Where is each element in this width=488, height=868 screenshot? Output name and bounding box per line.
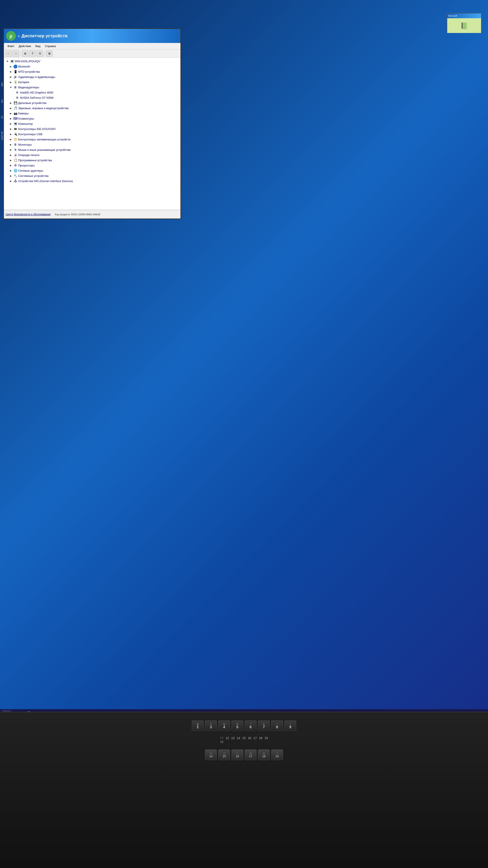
key-7-main: 7 (263, 725, 265, 729)
keyboard-label: Клавиатуры (18, 117, 34, 120)
toolbar: ← → ⊞ ? ⊟ 🖥 (4, 50, 181, 58)
tree-item-soft[interactable]: ▶ 📋 Программные устройства (4, 158, 181, 163)
tree-item-sound[interactable]: ▶ 🎵 Звуковые, игровые и видеоустройства (4, 105, 181, 111)
status-bar: Центр безопасности и обслуживания Код пр… (4, 210, 181, 219)
tree-item-bluetooth[interactable]: ▶ 🔵 Bluetooth (4, 64, 181, 69)
tree-item-intel[interactable]: 🖥 Intel(R) HD Graphics 4000 (4, 90, 181, 95)
mtd-arrow: ▶ (9, 70, 12, 73)
key-7[interactable]: & 7 (258, 720, 270, 731)
tree-item-disk[interactable]: ▶ 💾 Дисковые устройства (4, 100, 181, 105)
title-bar: µ 🖥 Диспетчер устройств (4, 29, 181, 43)
menu-action[interactable]: Действие (17, 44, 33, 48)
key-3-main: 3 (210, 725, 212, 729)
usb-icon: 🔌 (13, 132, 18, 136)
key-2-main: 2 (197, 725, 199, 729)
btn-help[interactable]: ? (29, 51, 36, 57)
torrent-icon: µ (6, 31, 16, 41)
tree-item-mtd[interactable]: ▶ 📱 MTD-устройства (4, 69, 181, 74)
key-9-main: 9 (289, 725, 291, 729)
tree-item-hid[interactable]: ▶ 🕹 Устройства HID (Human Interface Devi… (4, 178, 181, 184)
disk-icon: 💾 (13, 101, 18, 105)
key-f16[interactable]: ✕ 16 (231, 749, 243, 761)
tree-item-computer[interactable]: ▶ 💻 Компьютер (4, 121, 181, 126)
menu-help[interactable]: Справка (43, 44, 58, 48)
tree-item-audio[interactable]: ▶ 🔊 Аудиовходы и аудиовыходы (4, 74, 181, 80)
computer-label: Компьютер (18, 122, 33, 125)
tree-root[interactable]: ▼ 💻 WIN-KD5LJFDUIQV (4, 59, 181, 64)
key-5[interactable]: % 5 (231, 720, 243, 731)
menu-view[interactable]: Вид (34, 44, 42, 48)
mtd-icon: 📱 (13, 70, 18, 73)
usb-arrow: ▶ (9, 132, 12, 136)
computer-icon: 💻 (13, 122, 18, 126)
tree-item-storage[interactable]: ▶ 📀 Контроллеры запоминающих устройств (4, 137, 181, 142)
tree-item-camera[interactable]: ▶ 📷 Камеры (4, 111, 181, 116)
tree-item-monitors[interactable]: ▶ 🖥 Мониторы (4, 142, 181, 147)
sys-arrow: ▶ (9, 174, 12, 178)
tree-item-cpu[interactable]: ▶ ⚙ Процессоры (4, 163, 181, 168)
storage-icon: 📀 (13, 137, 18, 141)
mice-icon: 🖱 (13, 148, 18, 152)
device-manager-window: µ 🖥 Диспетчер устройств Файл Действие Ви… (3, 28, 181, 219)
hid-arrow: ▶ (9, 179, 12, 183)
key-8-sub: * (277, 723, 278, 725)
print-label: Очереди печати (18, 153, 39, 157)
key-6[interactable]: ^ 6 (245, 720, 257, 731)
key-8[interactable]: * 8 (271, 720, 283, 731)
device-tree: ▼ 💻 WIN-KD5LJFDUIQV ▶ 🔵 Bluetooth ▶ 📱 MT… (4, 58, 181, 210)
mice-arrow: ▶ (9, 148, 12, 152)
video-label: Видеоадаптеры (18, 86, 39, 89)
freq-label-2: 12 (226, 736, 229, 740)
key-2[interactable]: @ 2 (192, 720, 204, 731)
monitors-arrow: ▶ (9, 143, 12, 146)
key-f19[interactable]: ✶ 19 (271, 749, 283, 761)
key-f17[interactable]: 🖥 17 (245, 749, 257, 761)
camera-icon: 📷 (13, 111, 18, 115)
disk-arrow: ▶ (9, 101, 12, 104)
key-f15[interactable]: ⊡ 15 (218, 749, 230, 761)
nvidia-label: NVIDIA GeForce GT 635M (20, 96, 53, 99)
key-3[interactable]: # 3 (205, 720, 217, 731)
tree-item-usb[interactable]: ▶ 🔌 Контроллеры USB (4, 131, 181, 137)
tree-item-print[interactable]: ▶ 🖨 Очереди печати (4, 152, 181, 158)
key-7-sub: & (263, 723, 265, 725)
ide-arrow: ▶ (9, 127, 12, 131)
btn-back[interactable]: ← (5, 51, 12, 57)
keyboard: @ 2 # 3 № 4 % 5 ^ 6 (0, 712, 488, 868)
ide-icon: 📟 (13, 127, 18, 131)
status-right: Код продукта: 00331-10000-00001-AA628 (55, 213, 100, 216)
key-9[interactable]: ( 9 (284, 720, 296, 731)
mtd-label: MTD-устройства (18, 70, 40, 73)
key-4[interactable]: № 4 (218, 720, 230, 731)
tree-item-sys[interactable]: ▶ 🔧 Системные устройства (4, 173, 181, 178)
monitors-label: Мониторы (18, 143, 32, 146)
keyboard-row-2: ⊞ 14 ⊡ 15 ✕ 16 🖥 17 ⊠ 18 (0, 748, 488, 762)
tree-item-mice[interactable]: ▶ 🖱 Мыши и иные указывающие устройства (4, 147, 181, 152)
net-icon: 🌐 (13, 168, 18, 173)
hid-icon: 🕹 (13, 179, 18, 183)
keyboard-icon: ⌨ (13, 117, 18, 120)
tree-item-keyboard[interactable]: ▶ ⌨ Клавиатуры (4, 116, 181, 121)
tree-item-ide[interactable]: ▶ 📟 Контроллеры IDE ATA/ATAPI (4, 126, 181, 131)
tree-item-net[interactable]: ▶ 🌐 Сетевые адаптеры (4, 168, 181, 173)
net-label: Сетевые адаптеры (18, 169, 43, 172)
tree-item-video[interactable]: ▼ 🖥 Видеоадаптеры (4, 85, 181, 90)
btn-props[interactable]: ⊟ (37, 51, 43, 57)
key-6-main: 6 (250, 725, 252, 729)
key-f18[interactable]: ⊠ 18 (258, 749, 270, 761)
storage-label: Контроллеры запоминающих устройств (18, 138, 70, 141)
btn-forward[interactable]: → (12, 51, 19, 57)
key-4-main: 4 (223, 725, 225, 729)
sys-icon: 🔧 (13, 174, 18, 178)
bluetooth-icon: 🔵 (13, 64, 18, 68)
battery-arrow: ▶ (9, 80, 12, 84)
tree-item-nvidia[interactable]: 🖥 NVIDIA GeForce GT 635M (4, 95, 181, 100)
key-f14[interactable]: ⊞ 14 (205, 749, 217, 761)
btn-monitor[interactable]: 🖥 (46, 51, 53, 57)
audio-arrow: ▶ (9, 75, 12, 79)
cpu-arrow: ▶ (9, 164, 12, 167)
btn-grid[interactable]: ⊞ (22, 51, 28, 57)
audio-icon: 🔊 (13, 75, 18, 79)
menu-file[interactable]: Файл (6, 44, 16, 48)
tree-item-battery[interactable]: ▶ 🔋 Батареи (4, 80, 181, 85)
